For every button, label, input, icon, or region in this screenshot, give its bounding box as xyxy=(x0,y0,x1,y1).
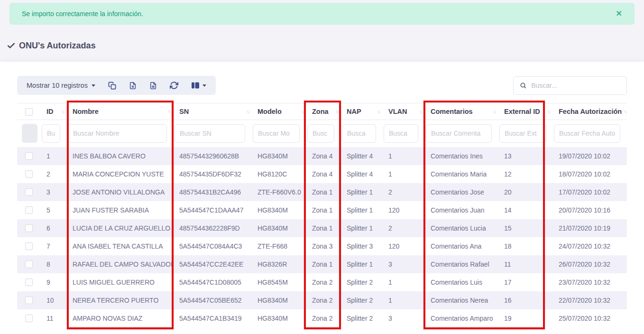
table-columns-icon xyxy=(191,82,200,89)
cell-external-id: 13 xyxy=(498,147,553,165)
filter-row xyxy=(17,120,627,147)
row-checkbox[interactable] xyxy=(25,188,33,196)
copy-icon xyxy=(108,82,116,90)
cell-vlan: 3 xyxy=(383,309,425,327)
table-row[interactable]: 10 NEREA TERCERO PUERTO 5A544547C05BE652… xyxy=(17,291,627,309)
cell-id: 10 xyxy=(41,291,67,309)
filter-zona-input[interactable] xyxy=(307,124,334,143)
row-checkbox[interactable] xyxy=(25,260,33,268)
column-header-fecha[interactable]: Fecha Autorización↑↓ xyxy=(553,103,627,120)
cell-nap: Splitter 2 xyxy=(341,273,383,291)
sort-icon: ↑↓ xyxy=(545,109,550,114)
table-row[interactable]: 6 LUCIA DE LA CRUZ ARGUELLO 485754436222… xyxy=(17,219,627,237)
cell-vlan: 1 xyxy=(383,291,425,309)
cell-sn: 4857544362228F9D xyxy=(174,219,252,237)
filter-nombre-input[interactable] xyxy=(68,124,167,143)
table-row[interactable]: 7 ANA ISABEL TENA CASTILLA 5A544547C084A… xyxy=(17,237,627,255)
table-card: Mostrar 10 registros xyxy=(0,62,644,334)
row-checkbox[interactable] xyxy=(25,242,33,250)
column-header-vlan[interactable]: VLAN↑↓ xyxy=(383,103,425,120)
cell-comentarios: Comentarios Ines xyxy=(425,147,498,165)
row-checkbox[interactable] xyxy=(25,297,33,304)
cell-sn: 5A544547C05BE652 xyxy=(174,291,252,309)
row-checkbox[interactable] xyxy=(25,315,33,322)
cell-vlan: 3 xyxy=(383,255,425,273)
cell-nap: Splitter 2 xyxy=(341,291,383,309)
sort-icon: ↑↓ xyxy=(417,109,422,114)
column-header-zona[interactable]: Zona↑↓ xyxy=(306,103,341,120)
cell-external-id: 17 xyxy=(498,273,553,291)
cell-nombre: RAFAEL DEL CAMPO SALVADOR xyxy=(67,255,174,273)
sort-icon: ↑↓ xyxy=(59,109,64,114)
onu-table: ID↑↓ Nombre↑↓ SN↑↓ Modelo↑↓ Zona↑↓ NAP↑↓… xyxy=(17,103,627,327)
filter-vlan-input[interactable] xyxy=(384,124,418,143)
cell-vlan: 1 xyxy=(383,165,425,183)
search-input[interactable] xyxy=(531,82,620,89)
column-header-sn[interactable]: SN↑↓ xyxy=(174,103,252,120)
table-row[interactable]: 1 INES BALBOA CAVERO 485754432960628B HG… xyxy=(17,147,627,165)
table-row[interactable]: 3 JOSE ANTONIO VILLALONGA 485754431B2CA4… xyxy=(17,183,627,201)
cell-nap: Splitter 2 xyxy=(341,309,383,327)
column-header-modelo[interactable]: Modelo↑↓ xyxy=(252,103,306,120)
export-excel-button[interactable] xyxy=(129,82,137,90)
sort-icon: ↑↓ xyxy=(333,109,338,114)
filter-comentarios-input[interactable] xyxy=(426,124,492,143)
cell-id: 7 xyxy=(41,237,67,255)
refresh-icon xyxy=(170,81,178,90)
alert-message: Se importo correctamente la información. xyxy=(22,10,143,18)
cell-vlan: 1 xyxy=(383,147,425,165)
cell-id: 6 xyxy=(41,219,67,237)
column-header-external-id[interactable]: External ID↑↓ xyxy=(498,103,553,120)
cell-nombre: INES BALBOA CAVERO xyxy=(67,147,174,165)
row-checkbox[interactable] xyxy=(25,152,33,160)
table-row[interactable]: 9 LUIS MIGUEL GUERRERO 5A544547C1D08005 … xyxy=(17,273,627,291)
cell-modelo: HG8120C xyxy=(252,165,306,183)
cell-modelo: HG8340M xyxy=(252,219,306,237)
filter-sn-input[interactable] xyxy=(175,124,245,143)
cell-comentarios: Comentarios Juan xyxy=(425,201,498,219)
filter-modelo-input[interactable] xyxy=(253,124,300,143)
filter-nap-input[interactable] xyxy=(342,124,376,143)
cell-id: 8 xyxy=(41,255,67,273)
copy-button[interactable] xyxy=(108,82,116,90)
cell-nap: Splitter 4 xyxy=(341,165,383,183)
cell-external-id: 20 xyxy=(498,183,553,201)
caret-down-icon xyxy=(92,84,95,87)
table-row[interactable]: 11 AMPARO NOVAS DIAZ 5A544547CA1B3419 HG… xyxy=(17,309,627,327)
refresh-button[interactable] xyxy=(170,81,178,90)
column-header-comentarios[interactable]: Comentarios↑↓ xyxy=(425,103,498,120)
row-checkbox[interactable] xyxy=(25,278,33,286)
table-row[interactable]: 8 RAFAEL DEL CAMPO SALVADOR 5A544547CC2E… xyxy=(17,255,627,273)
row-checkbox[interactable] xyxy=(25,206,33,214)
row-checkbox[interactable] xyxy=(25,170,33,178)
filter-external-id-input[interactable] xyxy=(499,124,546,143)
filter-fecha-input[interactable] xyxy=(554,124,620,143)
success-alert: Se importo correctamente la información.… xyxy=(9,3,635,25)
cell-comentarios: Comentarios Rafael xyxy=(425,255,498,273)
page-length-dropdown[interactable]: Mostrar 10 registros xyxy=(27,82,95,89)
cell-comentarios: Comentarios Jose xyxy=(425,183,498,201)
row-checkbox[interactable] xyxy=(25,224,33,232)
column-header-nap[interactable]: NAP↑↓ xyxy=(341,103,383,120)
column-visibility-button[interactable] xyxy=(191,82,206,89)
cell-fecha: 19/07/2020 10:02 xyxy=(553,147,627,165)
cell-nombre: LUCIA DE LA CRUZ ARGUELLO xyxy=(67,219,174,237)
alert-close-icon[interactable]: ✕ xyxy=(616,10,622,18)
cell-sn: 485754431B2CA496 xyxy=(174,183,252,201)
table-row[interactable]: 5 JUAN FUSTER SARABIA 5A544547C1DAAA47 H… xyxy=(17,201,627,219)
cell-nombre: AMPARO NOVAS DIAZ xyxy=(67,309,174,327)
table-row[interactable]: 2 MARIA CONCEPCION YUSTE 485754435DF6DF3… xyxy=(17,165,627,183)
page-title-text: ONU's Autorizadas xyxy=(19,41,96,51)
file-text-icon xyxy=(149,82,157,90)
cell-nap: Splitter 4 xyxy=(341,147,383,165)
filter-id-input[interactable] xyxy=(42,124,60,143)
cell-nap: Splitter 1 xyxy=(341,201,383,219)
cell-fecha: 20/07/2020 10:16 xyxy=(553,201,627,219)
caret-down-icon xyxy=(202,84,206,87)
select-all-checkbox[interactable] xyxy=(25,108,33,116)
export-file-button[interactable] xyxy=(149,82,157,90)
cell-fecha: 26/07/2020 10:32 xyxy=(553,255,627,273)
column-header-nombre[interactable]: Nombre↑↓ xyxy=(67,103,174,120)
cell-zona: Zona 1 xyxy=(306,255,341,273)
column-header-id[interactable]: ID↑↓ xyxy=(41,103,67,120)
